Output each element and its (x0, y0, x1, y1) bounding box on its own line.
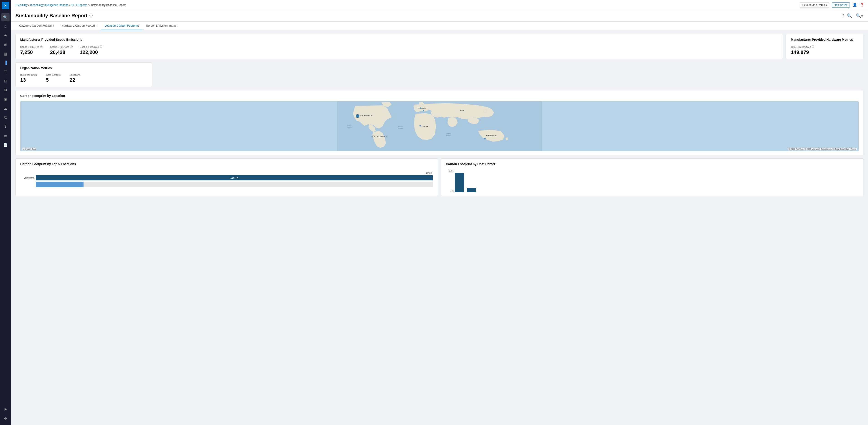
share-icon[interactable]: ⤴ (842, 13, 844, 18)
svg-text:SOUTH AMERICA: SOUTH AMERICA (371, 136, 387, 138)
main-wrapper: IT Visibility / Technology Intelligence … (11, 0, 868, 425)
sidebar-icon-layers[interactable]: ⊞ (1, 40, 9, 49)
y-axis-top: 100K (446, 169, 454, 172)
svg-text:AUSTRALIA: AUSTRALIA (486, 134, 497, 136)
svg-point-14 (420, 107, 422, 109)
cost-bar-col-1 (455, 173, 464, 192)
bar-outer-unknown: 115.7K (36, 175, 433, 181)
top5-locations-card: Carbon Footprint by Top 5 Locations 100%… (16, 158, 438, 196)
tab-category[interactable]: Category Carbon Footprint (16, 22, 58, 30)
sidebar-icon-gear[interactable]: ⚙ (1, 415, 9, 423)
sidebar-icon-dollar[interactable]: $ (1, 122, 9, 131)
breadcrumb-all-ti-reports[interactable]: All TI Reports (70, 3, 87, 7)
cost-center-title: Carbon Footprint by Cost Center (446, 162, 859, 166)
top-cards-row: Manufacturer Provided Scope Emissions Sc… (16, 34, 863, 59)
bar-label-unknown: Unknown (20, 176, 34, 179)
bar-row-2 (20, 182, 433, 187)
tabs-bar: Category Carbon Footprint Hardware Carbo… (11, 22, 868, 30)
tab-location[interactable]: Location Carbon Footprint (101, 22, 142, 30)
bar-inner-2 (36, 182, 84, 187)
tab-server[interactable]: Server Emission Impact (143, 22, 181, 30)
bar-row-unknown: Unknown 115.7K (20, 175, 433, 181)
svg-point-15 (423, 110, 424, 111)
user-icon[interactable]: 👤 (852, 3, 857, 7)
map-card: Carbon Footprint by Location (16, 90, 863, 155)
sidebar-icon-flag[interactable]: ⚑ (1, 405, 9, 414)
page-title-row: Sustainability Baseline Report ⓘ (16, 13, 93, 19)
scope2-value: 20,428 (50, 50, 72, 55)
sidebar-icon-home[interactable]: ⌂ (1, 22, 9, 31)
svg-text:ASIA: ASIA (460, 109, 464, 111)
svg-point-17 (484, 138, 486, 139)
help-icon[interactable]: ❓ (860, 3, 864, 7)
sidebar-icon-chart[interactable]: ▐ (1, 59, 9, 67)
hardware-metrics-title: Manufacturer Provided Hardware Metrics (791, 38, 859, 41)
svg-text:Ocean: Ocean (398, 127, 403, 129)
y-axis-label: 12e (446, 190, 454, 192)
business-units-label: Business Units (20, 73, 37, 76)
org-metrics-card: Organization Metrics Business Units 13 C… (16, 62, 152, 87)
zoom-out-icon[interactable]: 🔍- (847, 13, 853, 18)
svg-text:Indian: Indian (446, 133, 451, 134)
cost-chart (455, 169, 476, 192)
header-actions: ⤴ 🔍- 🔍+ (842, 13, 863, 18)
sidebar-icon-server[interactable]: ▣ (1, 95, 9, 103)
workspace-selector[interactable]: Flexera One Demo ▾ (800, 2, 829, 8)
scope1-label: Scope 1 kgCO2e ⓘ (20, 45, 43, 48)
svg-text:Ocean: Ocean (347, 127, 352, 128)
topbar-right: Flexera One Demo ▾ flex-12324 👤 ❓ (800, 2, 864, 8)
svg-text:Ocean: Ocean (446, 135, 451, 136)
sidebar-icon-grid[interactable]: ▦ (1, 50, 9, 58)
cost-centers-value: 5 (46, 77, 61, 83)
sidebar-icon-list[interactable]: ☰ (1, 68, 9, 76)
scope3-value: 122,200 (80, 50, 102, 55)
workspace-label: Flexera One Demo (802, 3, 825, 7)
cost-bar-col-2 (467, 188, 476, 192)
bar-inner-unknown: 115.7K (36, 175, 433, 181)
bar-value-unknown: 115.7K (230, 176, 239, 179)
locations-label: Locations (70, 73, 80, 76)
instance-badge[interactable]: flex-12324 (832, 2, 850, 8)
page-info-icon[interactable]: ⓘ (89, 14, 93, 18)
svg-point-13 (356, 115, 359, 118)
map-container[interactable]: NORTH AMERICA EUROPE ASIA AFRICA SOUTH A… (20, 101, 859, 151)
breadcrumb-ti-reports[interactable]: Technology Intelligence Reports (30, 3, 68, 7)
scope-emissions-title: Manufacturer Provided Scope Emissions (20, 38, 778, 41)
scope2-metric: Scope 2 kgCO2e ⓘ 20,428 (50, 45, 72, 55)
sidebar-icon-table[interactable]: ⊟ (1, 77, 9, 85)
total-hw-info-icon[interactable]: ⓘ (812, 45, 814, 48)
sidebar-icon-monitor[interactable]: 🖥 (1, 86, 9, 94)
scope1-value: 7,250 (20, 50, 43, 55)
content-area: Manufacturer Provided Scope Emissions Sc… (11, 30, 868, 425)
scope3-info-icon[interactable]: ⓘ (100, 45, 102, 48)
sidebar-icon-box[interactable]: ▭ (1, 131, 9, 140)
scope2-info-icon[interactable]: ⓘ (70, 45, 72, 48)
scope3-label: Scope 3 kgCO2e ⓘ (80, 45, 102, 48)
breadcrumb: IT Visibility / Technology Intelligence … (14, 3, 126, 7)
bar-chart: 100% Unknown 115.7K (20, 169, 433, 187)
hw-metrics-row: Total HW kgCO2e ⓘ 149,879 (791, 45, 859, 55)
sidebar-icon-stack[interactable]: ⧉ (1, 113, 9, 122)
top5-title: Carbon Footprint by Top 5 Locations (20, 162, 433, 166)
total-hw-metric: Total HW kgCO2e ⓘ 149,879 (791, 45, 814, 55)
breadcrumb-it-visibility[interactable]: IT Visibility (14, 3, 28, 7)
zoom-in-icon[interactable]: 🔍+ (856, 13, 863, 18)
scope-emissions-card: Manufacturer Provided Scope Emissions Sc… (16, 34, 783, 59)
scope1-info-icon[interactable]: ⓘ (40, 45, 43, 48)
scope-metrics-row: Scope 1 kgCO2e ⓘ 7,250 Scope 2 kgCO2e ⓘ … (20, 45, 778, 55)
app-logo[interactable]: X (2, 2, 9, 9)
sidebar-icon-cloud[interactable]: ☁ (1, 104, 9, 112)
scope2-label: Scope 2 kgCO2e ⓘ (50, 45, 72, 48)
sidebar-icon-doc[interactable]: 📄 (1, 141, 9, 149)
sidebar-icon-search[interactable]: 🔍 (1, 13, 9, 22)
svg-point-16 (420, 125, 421, 127)
tab-hardware[interactable]: Hardware Carbon Footprint (58, 22, 101, 30)
svg-text:Pacific: Pacific (347, 125, 352, 126)
topbar: IT Visibility / Technology Intelligence … (11, 0, 868, 10)
business-units-metric: Business Units 13 (20, 73, 37, 83)
business-units-value: 13 (20, 77, 37, 83)
cost-centers-metric: Cost Centers 5 (46, 73, 61, 83)
cost-bar-1 (455, 173, 464, 192)
svg-text:EUROPE: EUROPE (418, 108, 426, 110)
sidebar-icon-star[interactable]: ★ (1, 31, 9, 40)
